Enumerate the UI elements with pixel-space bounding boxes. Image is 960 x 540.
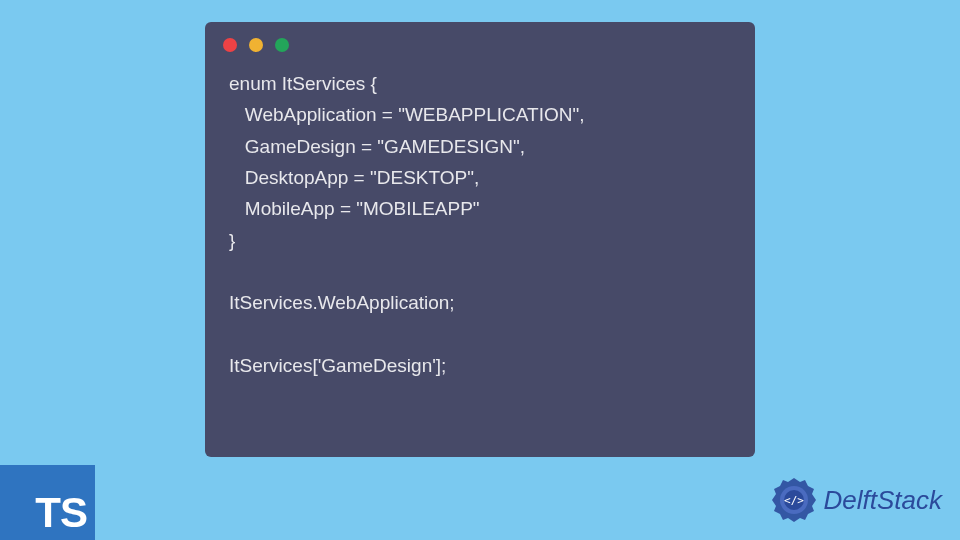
close-icon xyxy=(223,38,237,52)
svg-text:</>: </> xyxy=(784,494,804,507)
code-line: GameDesign = "GAMEDESIGN", xyxy=(229,136,525,157)
maximize-icon xyxy=(275,38,289,52)
code-line: MobileApp = "MOBILEAPP" xyxy=(229,198,480,219)
code-line: } xyxy=(229,230,235,251)
brand-logo: </> DelftStack xyxy=(768,474,943,526)
typescript-badge: TS xyxy=(0,465,95,540)
typescript-label: TS xyxy=(35,492,87,534)
window-controls xyxy=(205,22,755,60)
brand-icon: </> xyxy=(768,474,820,526)
code-line: WebApplication = "WEBAPPLICATION", xyxy=(229,104,584,125)
code-line: ItServices['GameDesign']; xyxy=(229,355,446,376)
minimize-icon xyxy=(249,38,263,52)
code-window: enum ItServices { WebApplication = "WEBA… xyxy=(205,22,755,457)
code-line: DesktopApp = "DESKTOP", xyxy=(229,167,479,188)
code-line: enum ItServices { xyxy=(229,73,377,94)
code-line: ItServices.WebApplication; xyxy=(229,292,455,313)
code-content: enum ItServices { WebApplication = "WEBA… xyxy=(205,60,755,401)
brand-name: DelftStack xyxy=(824,485,943,516)
